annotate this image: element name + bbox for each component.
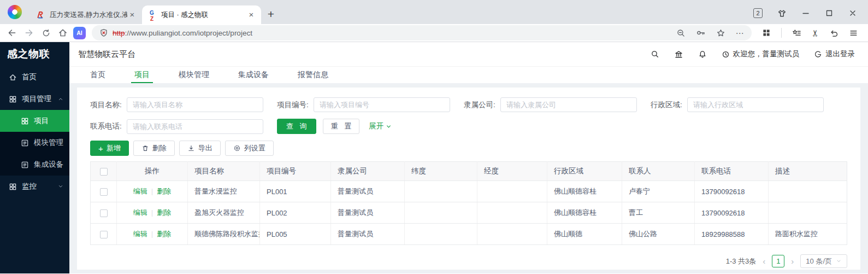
project-code-label: 项目编号:	[277, 100, 314, 110]
col-project-code: 项目编号	[260, 162, 331, 181]
tab-integrated-devices[interactable]: 集成设备	[238, 67, 269, 83]
apps-grid-icon[interactable]	[762, 28, 771, 37]
cell-description	[769, 202, 847, 224]
browser-tab-other[interactable]: 压力变送器,静力水准仪,液位仪 ×	[31, 5, 142, 24]
reload-icon[interactable]	[39, 26, 52, 39]
window-close-button[interactable]	[848, 9, 857, 18]
sidebar-item-project-management[interactable]: 项目管理	[0, 88, 69, 110]
undo-icon[interactable]	[829, 28, 839, 38]
edit-link[interactable]: 编辑	[133, 230, 147, 238]
expand-toggle[interactable]: 展开	[369, 121, 392, 131]
col-phone: 联系电话	[695, 162, 769, 181]
phone-input[interactable]	[127, 119, 263, 134]
cell-region: 佛山顺德容桂	[547, 202, 622, 224]
sidebar-item-module-management[interactable]: 模块管理	[0, 132, 69, 154]
prev-page-button[interactable]: ‹	[761, 256, 766, 266]
favorites-list-icon[interactable]	[792, 28, 801, 38]
delete-link[interactable]: 删除	[157, 230, 171, 238]
project-name-input[interactable]	[127, 97, 263, 112]
page-number-button[interactable]: 1	[772, 255, 784, 267]
app-logo[interactable]: 感之物联	[0, 42, 69, 66]
col-company: 隶属公司	[331, 162, 405, 181]
row-checkbox[interactable]	[100, 209, 108, 217]
zoom-out-icon[interactable]	[676, 28, 686, 38]
sidebar-item-project[interactable]: 项目	[0, 110, 69, 132]
new-tab-button[interactable]: +	[263, 7, 279, 22]
cell-description	[769, 181, 847, 202]
tab-module-management[interactable]: 模块管理	[179, 67, 209, 83]
home-icon	[9, 73, 17, 81]
welcome-text: 欢迎您，普量测试员	[733, 49, 800, 59]
cell-contact: 佛山公路	[622, 224, 695, 245]
browser-logo[interactable]	[8, 5, 22, 19]
cell-latitude	[405, 224, 477, 245]
grid-icon	[21, 117, 29, 125]
browser-tab-strip: 压力变送器,静力水准仪,液位仪 × GZ 项目 · 感之物联 × + 2	[0, 0, 868, 24]
tab-home[interactable]: 首页	[90, 67, 105, 83]
select-all-checkbox[interactable]	[100, 168, 108, 176]
reset-button[interactable]: 重 置	[323, 119, 360, 134]
url-field[interactable]: http://www.puliangiot.com/iotproject/pro…	[92, 25, 752, 40]
tab-count-badge[interactable]: 2	[753, 8, 763, 18]
welcome-user[interactable]: 欢迎您，普量测试员	[722, 49, 800, 59]
theme-tshirt-icon[interactable]	[777, 9, 787, 18]
project-name-label: 项目名称:	[90, 100, 127, 110]
password-key-icon[interactable]	[696, 28, 706, 38]
sidebar-item-label: 模块管理	[34, 138, 63, 148]
col-longitude: 经度	[477, 162, 547, 181]
download-icon	[187, 144, 195, 152]
tab-project[interactable]: 项目	[134, 67, 150, 83]
window-maximize-button[interactable]	[825, 9, 834, 18]
column-settings-button[interactable]: 列设置	[225, 141, 274, 156]
export-button[interactable]: 导出	[179, 141, 221, 156]
cell-phone: 13790092618	[695, 181, 769, 202]
back-icon[interactable]	[5, 26, 19, 39]
edit-link[interactable]: 编辑	[133, 187, 147, 195]
puliang-favicon	[36, 10, 45, 20]
user-status-icon	[722, 50, 730, 59]
region-input[interactable]	[687, 97, 824, 112]
forward-icon[interactable]	[22, 26, 36, 39]
col-region: 行政区域	[547, 162, 622, 181]
logout-button[interactable]: 退出登录	[814, 49, 855, 59]
screenshot-scissors-icon[interactable]: ✂	[810, 29, 820, 36]
ai-extension-badge[interactable]: AI	[73, 27, 86, 39]
search-button[interactable]: 查 询	[277, 119, 316, 134]
sidebar-item-label: 监控	[22, 182, 37, 191]
bell-icon[interactable]	[698, 50, 707, 59]
more-icon[interactable]: ⋯	[736, 29, 744, 37]
browser-tab-active[interactable]: GZ 项目 · 感之物联 ×	[142, 5, 261, 24]
project-code-input[interactable]	[314, 97, 450, 112]
edit-link[interactable]: 编辑	[133, 208, 147, 217]
menu-hamburger-icon[interactable]	[849, 28, 858, 38]
delete-button[interactable]: 删除	[133, 141, 175, 156]
row-checkbox[interactable]	[100, 231, 108, 238]
company-input[interactable]	[500, 97, 637, 112]
search-icon[interactable]	[651, 50, 659, 59]
cell-phone: 13790092618	[695, 202, 769, 224]
cell-project-name: 普量水浸监控	[188, 181, 260, 202]
delete-link[interactable]: 删除	[157, 208, 171, 217]
insecure-shield-icon[interactable]	[99, 28, 108, 37]
close-icon[interactable]: ×	[127, 10, 137, 20]
cell-description: 路面积水监控	[769, 224, 847, 245]
close-icon[interactable]: ×	[246, 10, 256, 20]
cell-project-name: 盈旭灭火器监控	[188, 202, 260, 224]
delete-link[interactable]: 删除	[157, 187, 171, 195]
add-button[interactable]: + 新增	[90, 141, 129, 156]
bank-icon[interactable]	[674, 50, 683, 59]
toolbar-divider	[781, 28, 782, 38]
col-project-name: 项目名称	[188, 162, 260, 181]
next-page-button[interactable]: ›	[790, 256, 795, 266]
logout-label: 退出登录	[825, 49, 855, 59]
page-size-select[interactable]: 10 条/页	[800, 254, 847, 268]
sidebar-item-home[interactable]: 首页	[0, 66, 69, 88]
tab-alarm-info[interactable]: 报警信息	[298, 67, 328, 83]
bookmark-star-icon[interactable]	[716, 28, 725, 38]
chevron-down-icon	[57, 183, 64, 190]
window-minimize-button[interactable]	[801, 9, 810, 18]
sidebar-item-integrated-devices[interactable]: 集成设备	[0, 154, 69, 176]
row-checkbox[interactable]	[100, 188, 108, 196]
home-icon[interactable]	[56, 26, 69, 39]
sidebar-item-monitoring[interactable]: 监控	[0, 176, 69, 197]
